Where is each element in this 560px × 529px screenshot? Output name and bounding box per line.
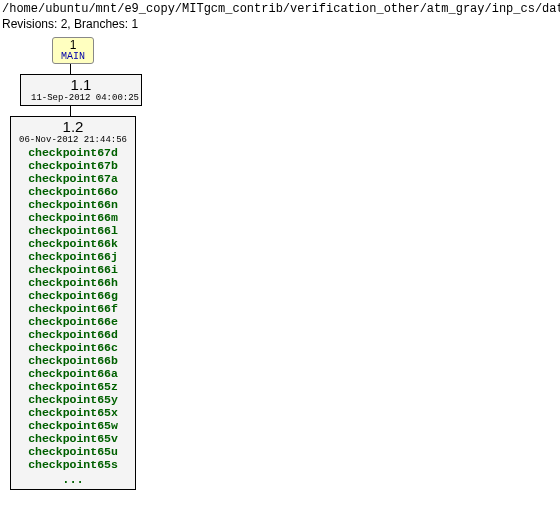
revision-box-1-2[interactable]: 1.2 06-Nov-2012 21:44:56 checkpoint67dch… <box>10 116 136 490</box>
tag: checkpoint65w <box>19 419 127 432</box>
tag: checkpoint66o <box>19 185 127 198</box>
revision-number: 1.1 <box>31 76 131 93</box>
tag: checkpoint66b <box>19 354 127 367</box>
tag: checkpoint66e <box>19 315 127 328</box>
revision-box-1-1[interactable]: 1.1 11-Sep-2012 04:00:25 <box>20 74 142 106</box>
tag: checkpoint66i <box>19 263 127 276</box>
tag: checkpoint67a <box>19 172 127 185</box>
revision-date: 11-Sep-2012 04:00:25 <box>31 93 131 103</box>
tag: checkpoint66a <box>19 367 127 380</box>
revision-graph: 1 MAIN 1.1 11-Sep-2012 04:00:25 1.2 06-N… <box>6 37 558 490</box>
tag: checkpoint66j <box>19 250 127 263</box>
branch-number: 1 <box>61 38 85 52</box>
tag: checkpoint66f <box>19 302 127 315</box>
tag: checkpoint66k <box>19 237 127 250</box>
branch-name: MAIN <box>61 52 85 62</box>
tag: checkpoint66h <box>19 276 127 289</box>
revision-number: 1.2 <box>19 118 127 135</box>
file-path: /home/ubuntu/mnt/e9_copy/MITgcm_contrib/… <box>2 2 558 16</box>
tag: checkpoint67d <box>19 146 127 159</box>
graph-connector <box>70 64 71 74</box>
tag: checkpoint66l <box>19 224 127 237</box>
tag-list: checkpoint67dcheckpoint67bcheckpoint67ac… <box>19 146 127 471</box>
branch-badge[interactable]: 1 MAIN <box>52 37 94 64</box>
graph-connector <box>70 106 71 116</box>
tag: checkpoint65z <box>19 380 127 393</box>
revisions-summary: Revisions: 2, Branches: 1 <box>2 17 558 31</box>
tag: checkpoint65v <box>19 432 127 445</box>
tag: checkpoint66g <box>19 289 127 302</box>
tag-ellipsis: ... <box>19 473 127 487</box>
tag: checkpoint66d <box>19 328 127 341</box>
revision-date: 06-Nov-2012 21:44:56 <box>19 135 127 145</box>
tag: checkpoint66m <box>19 211 127 224</box>
tag: checkpoint65s <box>19 458 127 471</box>
tag: checkpoint67b <box>19 159 127 172</box>
tag: checkpoint65u <box>19 445 127 458</box>
tag: checkpoint65y <box>19 393 127 406</box>
tag: checkpoint66c <box>19 341 127 354</box>
tag: checkpoint66n <box>19 198 127 211</box>
page-root: /home/ubuntu/mnt/e9_copy/MITgcm_contrib/… <box>0 0 560 498</box>
tag: checkpoint65x <box>19 406 127 419</box>
